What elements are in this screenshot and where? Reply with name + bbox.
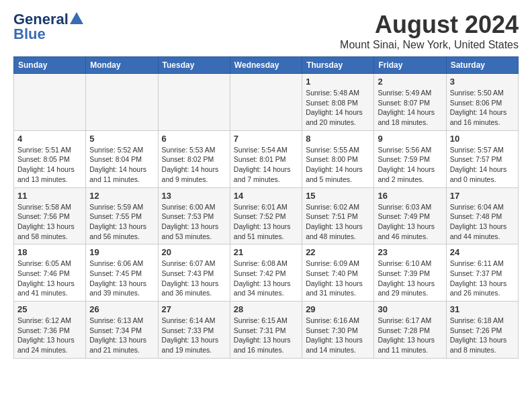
- col-wednesday: Wednesday: [230, 57, 302, 74]
- day-number: 26: [89, 304, 154, 314]
- day-info: Sunrise: 5:58 AM Sunset: 7:56 PM Dayligh…: [17, 202, 82, 242]
- week-row-1: 1Sunrise: 5:48 AM Sunset: 8:08 PM Daylig…: [14, 74, 519, 131]
- day-cell: 13Sunrise: 6:00 AM Sunset: 7:53 PM Dayli…: [158, 187, 230, 244]
- day-cell: 17Sunrise: 6:04 AM Sunset: 7:48 PM Dayli…: [446, 187, 518, 244]
- day-info: Sunrise: 5:52 AM Sunset: 8:04 PM Dayligh…: [89, 145, 154, 185]
- day-info: Sunrise: 6:15 AM Sunset: 7:31 PM Dayligh…: [234, 316, 298, 355]
- day-info: Sunrise: 5:57 AM Sunset: 7:57 PM Dayligh…: [450, 145, 515, 185]
- day-number: 1: [306, 77, 370, 87]
- day-cell: 9Sunrise: 5:56 AM Sunset: 7:59 PM Daylig…: [374, 130, 446, 187]
- day-number: 30: [378, 304, 442, 314]
- day-cell: 15Sunrise: 6:02 AM Sunset: 7:51 PM Dayli…: [302, 187, 374, 244]
- logo-icon: [70, 12, 83, 24]
- day-info: Sunrise: 6:13 AM Sunset: 7:34 PM Dayligh…: [89, 316, 154, 355]
- day-cell: 11Sunrise: 5:58 AM Sunset: 7:56 PM Dayli…: [14, 187, 86, 244]
- header-row: Sunday Monday Tuesday Wednesday Thursday…: [14, 57, 519, 74]
- day-info: Sunrise: 5:59 AM Sunset: 7:55 PM Dayligh…: [89, 202, 154, 242]
- day-cell: 24Sunrise: 6:11 AM Sunset: 7:37 PM Dayli…: [446, 244, 518, 302]
- day-info: Sunrise: 5:55 AM Sunset: 8:00 PM Dayligh…: [306, 145, 370, 185]
- day-cell: 2Sunrise: 5:49 AM Sunset: 8:07 PM Daylig…: [374, 74, 446, 131]
- day-cell: 1Sunrise: 5:48 AM Sunset: 8:08 PM Daylig…: [302, 74, 374, 131]
- day-info: Sunrise: 6:03 AM Sunset: 7:49 PM Dayligh…: [378, 202, 442, 242]
- day-number: 9: [378, 134, 442, 144]
- day-cell: 4Sunrise: 5:51 AM Sunset: 8:05 PM Daylig…: [14, 130, 86, 187]
- svg-marker-0: [70, 12, 83, 24]
- day-number: 3: [450, 77, 515, 87]
- day-cell: 28Sunrise: 6:15 AM Sunset: 7:31 PM Dayli…: [230, 302, 302, 359]
- day-cell: [158, 74, 230, 131]
- day-number: 28: [234, 304, 298, 314]
- calendar-table: Sunday Monday Tuesday Wednesday Thursday…: [13, 56, 519, 359]
- col-tuesday: Tuesday: [158, 57, 230, 74]
- day-info: Sunrise: 5:53 AM Sunset: 8:02 PM Dayligh…: [162, 145, 226, 185]
- day-info: Sunrise: 6:00 AM Sunset: 7:53 PM Dayligh…: [162, 202, 226, 242]
- day-cell: 29Sunrise: 6:16 AM Sunset: 7:30 PM Dayli…: [302, 302, 374, 359]
- day-info: Sunrise: 6:02 AM Sunset: 7:51 PM Dayligh…: [306, 202, 370, 242]
- day-cell: 18Sunrise: 6:05 AM Sunset: 7:46 PM Dayli…: [14, 244, 86, 302]
- day-number: 27: [162, 304, 226, 314]
- logo-blue: Blue: [13, 26, 46, 43]
- logo: General Blue: [13, 11, 83, 43]
- day-cell: 12Sunrise: 5:59 AM Sunset: 7:55 PM Dayli…: [86, 187, 158, 244]
- calendar-subtitle: Mount Sinai, New York, United States: [340, 39, 519, 51]
- page-header: General Blue August 2024 Mount Sinai, Ne…: [13, 11, 519, 51]
- day-info: Sunrise: 6:09 AM Sunset: 7:40 PM Dayligh…: [306, 259, 370, 298]
- col-thursday: Thursday: [302, 57, 374, 74]
- day-number: 31: [450, 304, 515, 314]
- day-cell: 8Sunrise: 5:55 AM Sunset: 8:00 PM Daylig…: [302, 130, 374, 187]
- day-number: 4: [17, 134, 82, 144]
- title-block: August 2024 Mount Sinai, New York, Unite…: [340, 11, 519, 51]
- day-cell: 31Sunrise: 6:18 AM Sunset: 7:26 PM Dayli…: [446, 302, 518, 359]
- day-number: 17: [450, 191, 515, 201]
- day-info: Sunrise: 6:14 AM Sunset: 7:33 PM Dayligh…: [162, 316, 226, 355]
- day-cell: 3Sunrise: 5:50 AM Sunset: 8:06 PM Daylig…: [446, 74, 518, 131]
- day-info: Sunrise: 6:17 AM Sunset: 7:28 PM Dayligh…: [378, 316, 442, 355]
- day-info: Sunrise: 6:10 AM Sunset: 7:39 PM Dayligh…: [378, 259, 442, 298]
- day-cell: 27Sunrise: 6:14 AM Sunset: 7:33 PM Dayli…: [158, 302, 230, 359]
- day-cell: 20Sunrise: 6:07 AM Sunset: 7:43 PM Dayli…: [158, 244, 230, 302]
- col-friday: Friday: [374, 57, 446, 74]
- day-cell: 19Sunrise: 6:06 AM Sunset: 7:45 PM Dayli…: [86, 244, 158, 302]
- week-row-2: 4Sunrise: 5:51 AM Sunset: 8:05 PM Daylig…: [14, 130, 519, 187]
- day-cell: 30Sunrise: 6:17 AM Sunset: 7:28 PM Dayli…: [374, 302, 446, 359]
- day-cell: 7Sunrise: 5:54 AM Sunset: 8:01 PM Daylig…: [230, 130, 302, 187]
- day-info: Sunrise: 6:04 AM Sunset: 7:48 PM Dayligh…: [450, 202, 515, 242]
- day-number: 13: [162, 191, 226, 201]
- day-info: Sunrise: 5:50 AM Sunset: 8:06 PM Dayligh…: [450, 88, 515, 128]
- day-number: 14: [234, 191, 298, 201]
- day-cell: 21Sunrise: 6:08 AM Sunset: 7:42 PM Dayli…: [230, 244, 302, 302]
- week-row-4: 18Sunrise: 6:05 AM Sunset: 7:46 PM Dayli…: [14, 244, 519, 302]
- day-cell: 23Sunrise: 6:10 AM Sunset: 7:39 PM Dayli…: [374, 244, 446, 302]
- day-info: Sunrise: 6:01 AM Sunset: 7:52 PM Dayligh…: [234, 202, 298, 242]
- day-number: 16: [378, 191, 442, 201]
- day-number: 22: [306, 247, 370, 257]
- day-number: 21: [234, 247, 298, 257]
- day-number: 25: [17, 304, 82, 314]
- day-cell: 10Sunrise: 5:57 AM Sunset: 7:57 PM Dayli…: [446, 130, 518, 187]
- day-cell: 6Sunrise: 5:53 AM Sunset: 8:02 PM Daylig…: [158, 130, 230, 187]
- day-cell: [230, 74, 302, 131]
- day-number: 5: [89, 134, 154, 144]
- day-number: 12: [89, 191, 154, 201]
- day-info: Sunrise: 6:12 AM Sunset: 7:36 PM Dayligh…: [17, 316, 82, 355]
- day-number: 23: [378, 247, 442, 257]
- week-row-3: 11Sunrise: 5:58 AM Sunset: 7:56 PM Dayli…: [14, 187, 519, 244]
- day-number: 20: [162, 247, 226, 257]
- col-sunday: Sunday: [14, 57, 86, 74]
- day-cell: 26Sunrise: 6:13 AM Sunset: 7:34 PM Dayli…: [86, 302, 158, 359]
- day-number: 19: [89, 247, 154, 257]
- day-number: 18: [17, 247, 82, 257]
- day-number: 6: [162, 134, 226, 144]
- day-info: Sunrise: 6:05 AM Sunset: 7:46 PM Dayligh…: [17, 259, 82, 298]
- col-monday: Monday: [86, 57, 158, 74]
- day-info: Sunrise: 5:54 AM Sunset: 8:01 PM Dayligh…: [234, 145, 298, 185]
- day-number: 7: [234, 134, 298, 144]
- day-cell: [86, 74, 158, 131]
- day-cell: 16Sunrise: 6:03 AM Sunset: 7:49 PM Dayli…: [374, 187, 446, 244]
- day-number: 15: [306, 191, 370, 201]
- day-info: Sunrise: 5:49 AM Sunset: 8:07 PM Dayligh…: [378, 88, 442, 128]
- day-number: 11: [17, 191, 82, 201]
- day-cell: [14, 74, 86, 131]
- day-info: Sunrise: 6:07 AM Sunset: 7:43 PM Dayligh…: [162, 259, 226, 298]
- day-info: Sunrise: 6:06 AM Sunset: 7:45 PM Dayligh…: [89, 259, 154, 298]
